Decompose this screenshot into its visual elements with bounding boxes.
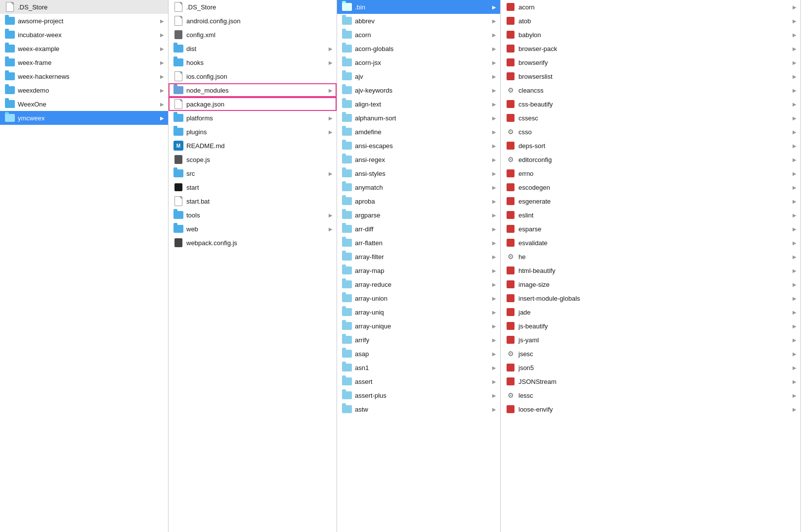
list-item[interactable]: acorn▶ [501,0,801,14]
list-item[interactable]: array-reduce▶ [337,277,500,291]
list-item[interactable]: argparse▶ [337,208,500,222]
list-item[interactable]: MREADME.md [169,139,337,153]
list-item[interactable]: asap▶ [337,347,500,361]
list-item[interactable]: cssesc▶ [501,111,801,125]
list-item[interactable]: esgenerate▶ [501,194,801,208]
list-item[interactable]: browserify▶ [501,55,801,69]
list-item[interactable]: ajv-keywords▶ [337,83,500,97]
list-item[interactable]: ansi-escapes▶ [337,139,500,153]
list-item[interactable]: ⚙editorconfig▶ [501,153,801,166]
list-item[interactable]: ⚙lessc▶ [501,388,801,402]
list-item[interactable]: weex-example▶ [0,42,168,55]
list-item[interactable]: alphanum-sort▶ [337,111,500,125]
list-item[interactable]: start.bat [169,194,337,208]
list-item[interactable]: js-yaml▶ [501,333,801,347]
list-item[interactable]: .DS_Store [0,0,168,14]
list-item[interactable]: aproba▶ [337,194,500,208]
list-item[interactable]: arrify▶ [337,333,500,347]
list-item[interactable]: babylon▶ [501,28,801,42]
file-generic-icon [172,196,184,206]
list-item[interactable]: ajv▶ [337,69,500,83]
list-item[interactable]: acorn▶ [337,28,500,42]
list-item[interactable]: anymatch▶ [337,180,500,194]
list-item[interactable]: weex-frame▶ [0,55,168,69]
list-item[interactable]: ⚙cleancss▶ [501,83,801,97]
list-item[interactable]: js-beautify▶ [501,319,801,333]
list-item[interactable]: arr-flatten▶ [337,236,500,250]
list-item[interactable]: start [169,180,337,194]
list-item[interactable]: ⚙csso▶ [501,125,801,139]
list-item[interactable]: json5▶ [501,361,801,374]
list-item[interactable]: array-uniq▶ [337,305,500,319]
list-item[interactable]: atob▶ [501,14,801,28]
list-item[interactable]: hooks▶ [169,55,337,69]
list-item[interactable]: package.json [169,97,337,111]
chevron-icon: ▶ [160,88,164,93]
item-label: amdefine [355,128,381,136]
list-item[interactable]: dist▶ [169,42,337,55]
list-item[interactable]: weexdemo▶ [0,83,168,97]
list-item[interactable]: astw▶ [337,402,500,416]
folder-light-icon [341,113,353,123]
file-npm-icon [505,307,516,317]
list-item[interactable]: acorn-globals▶ [337,42,500,55]
list-item[interactable]: ⚙jsesc▶ [501,347,801,361]
list-item[interactable]: WeexOne▶ [0,97,168,111]
chevron-icon: ▶ [793,171,797,176]
chevron-icon: ▶ [492,379,496,384]
chevron-icon: ▶ [492,282,496,287]
list-item[interactable]: tools▶ [169,208,337,222]
list-item[interactable]: amdefine▶ [337,125,500,139]
list-item[interactable]: escodegen▶ [501,180,801,194]
list-item[interactable]: arr-diff▶ [337,222,500,236]
chevron-icon: ▶ [160,60,164,65]
list-item[interactable]: src▶ [169,166,337,180]
list-item[interactable]: array-unique▶ [337,319,500,333]
list-item[interactable]: android.config.json [169,14,337,28]
list-item[interactable]: ymcweex▶ [0,111,168,125]
chevron-icon: ▶ [492,226,496,232]
list-item[interactable]: css-beautify▶ [501,97,801,111]
list-item[interactable]: align-text▶ [337,97,500,111]
list-item[interactable]: weex-hackernews▶ [0,69,168,83]
list-item[interactable]: ansi-regex▶ [337,153,500,166]
list-item[interactable]: browserslist▶ [501,69,801,83]
list-item[interactable]: insert-module-globals▶ [501,291,801,305]
list-item[interactable]: esparse▶ [501,222,801,236]
list-item[interactable]: .DS_Store [169,0,337,14]
list-item[interactable]: acorn-jsx▶ [337,55,500,69]
list-item[interactable]: awsome-project▶ [0,14,168,28]
list-item[interactable]: image-size▶ [501,277,801,291]
item-label: lessc [518,392,533,399]
list-item[interactable]: webpack.config.js [169,236,337,250]
list-item[interactable]: array-union▶ [337,291,500,305]
list-item[interactable]: html-beautify▶ [501,264,801,277]
list-item[interactable]: assert▶ [337,374,500,388]
list-item[interactable]: node_modules▶ [169,83,337,97]
list-item[interactable]: ⚙he▶ [501,250,801,264]
list-item[interactable]: web▶ [169,222,337,236]
list-item[interactable]: config.xml [169,28,337,42]
list-item[interactable]: ios.config.json [169,69,337,83]
list-item[interactable]: asn1▶ [337,361,500,374]
list-item[interactable]: loose-envify▶ [501,402,801,416]
list-item[interactable]: .bin▶ [337,0,500,14]
list-item[interactable]: abbrev▶ [337,14,500,28]
list-item[interactable]: deps-sort▶ [501,139,801,153]
chevron-icon: ▶ [793,143,797,149]
list-item[interactable]: array-filter▶ [337,250,500,264]
list-item[interactable]: eslint▶ [501,208,801,222]
list-item[interactable]: browser-pack▶ [501,42,801,55]
list-item[interactable]: scope.js [169,153,337,166]
chevron-icon: ▶ [793,337,797,343]
list-item[interactable]: jade▶ [501,305,801,319]
list-item[interactable]: incubator-weex▶ [0,28,168,42]
list-item[interactable]: assert-plus▶ [337,388,500,402]
list-item[interactable]: JSONStream▶ [501,374,801,388]
list-item[interactable]: array-map▶ [337,264,500,277]
list-item[interactable]: plugins▶ [169,125,337,139]
list-item[interactable]: ansi-styles▶ [337,166,500,180]
list-item[interactable]: platforms▶ [169,111,337,125]
list-item[interactable]: esvalidate▶ [501,236,801,250]
list-item[interactable]: errno▶ [501,166,801,180]
